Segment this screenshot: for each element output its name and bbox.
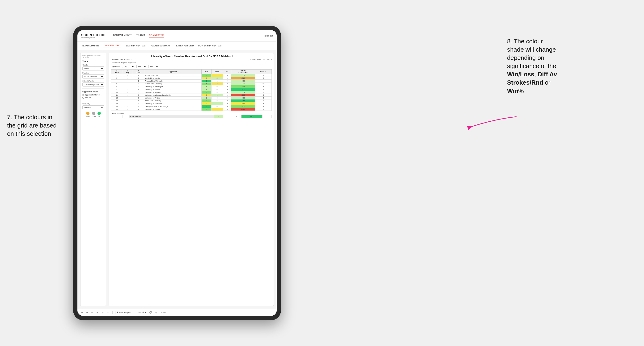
radio-opponents-played[interactable]: Opponents Played: [82, 94, 104, 96]
region-dropdown[interactable]: (All): [136, 65, 147, 68]
cell-tie: 0: [223, 105, 231, 108]
watch-btn[interactable]: Watch ▾: [138, 311, 147, 314]
cell-conf: 2: [133, 77, 144, 80]
cell-win: 0: [201, 102, 211, 105]
division-select[interactable]: NCAA Division I: [82, 74, 104, 78]
table-header-row: #Rank #Reg #Conf Opponent Win Loss Tie D…: [111, 70, 272, 74]
view-original-btn[interactable]: 👁 View: Original: [115, 311, 132, 314]
cell-conf: 6: [133, 94, 144, 97]
grid-panel: University of North Carolina Head-to-Hea…: [108, 53, 274, 306]
radio-top-100[interactable]: Top 100: [82, 97, 104, 99]
cell-rank: 9: [111, 88, 123, 91]
cell-loss: 0: [211, 85, 223, 88]
colour-by-select[interactable]: Win/loss: [82, 105, 104, 109]
cell-tie: 0: [223, 88, 231, 91]
annotation-left: 7. The colours in the grid are based on …: [7, 113, 68, 138]
cell-win: 3: [201, 108, 211, 111]
cell-win: 2: [201, 74, 211, 77]
conference-dropdown[interactable]: (All): [122, 65, 135, 68]
sub-nav-team-h2h-heatmap[interactable]: TEAM H2H HEATMAP: [124, 44, 146, 48]
cell-opponent: University of Arizona: [144, 88, 202, 91]
crop-btn[interactable]: ⊡: [101, 311, 104, 314]
cell-rounds: 3: [255, 97, 272, 99]
cell-reg: -: [123, 80, 133, 82]
cell-loss: 0: [223, 115, 232, 118]
out-of-division-table: NCAA Division II 1 0 0 26.00 3: [111, 115, 272, 118]
cell-rank: 13: [111, 99, 123, 102]
redo-btn[interactable]: ↪: [86, 311, 89, 314]
sub-nav-team-summary[interactable]: TEAM SUMMARY: [81, 44, 100, 48]
cell-rounds: 2: [255, 88, 272, 91]
opponent-dropdown[interactable]: (All): [148, 65, 159, 68]
cell-loss: 0: [211, 88, 223, 91]
undo-btn[interactable]: ↩: [80, 311, 84, 314]
time-btn[interactable]: ⏱: [106, 311, 110, 314]
cell-tie: 0: [223, 82, 231, 85]
cell-rounds: 3: [255, 102, 272, 105]
cell-reg: [117, 115, 123, 118]
cell-reg: -: [123, 91, 133, 94]
h2h-table: #Rank #Reg #Conf Opponent Win Loss Tie D…: [111, 69, 272, 111]
cell-opponent: Auburn University: [144, 74, 202, 77]
cell-rank: [111, 115, 117, 118]
cell-rank: 10: [111, 91, 123, 94]
cell-rounds: 12: [255, 82, 272, 85]
cell-win: 1: [201, 88, 211, 91]
cell-opponent: Texas Tech University: [144, 99, 202, 102]
legend-dot-level: [92, 112, 95, 115]
legend-down: Down: [86, 112, 90, 117]
cell-tie: 0: [232, 115, 242, 118]
cell-reg: -: [123, 85, 133, 88]
cell-opponent: Georgia Institute of Technology: [144, 105, 202, 108]
cell-reg: -: [123, 94, 133, 97]
sub-nav-player-h2h-heatmap[interactable]: PLAYER H2H HEATMAP: [198, 44, 223, 48]
opponent-filter: Opponent: [128, 62, 136, 63]
cell-rank: 2: [111, 74, 123, 77]
arrow-right-svg: [467, 110, 519, 133]
cell-rank: 14: [111, 102, 123, 105]
cell-win: 5: [201, 80, 211, 82]
cell-loss: 2: [211, 82, 223, 85]
table-row: 10 - 5 University of Alabama 3 0 0 2.61 …: [111, 91, 272, 94]
cell-opponent: University of Oklahoma: [144, 102, 202, 105]
sub-nav-team-h2h-grid[interactable]: TEAM H2H GRID: [103, 43, 121, 48]
comment-btn[interactable]: 💬: [149, 311, 153, 314]
cell-conf: 2: [133, 85, 144, 88]
legend-level: Level: [92, 112, 96, 117]
share-btn[interactable]: Share: [160, 311, 167, 314]
cell-diff: 3.67: [231, 85, 255, 88]
cell-loss: 1: [211, 74, 223, 77]
table-row: 11 - 6 University of Arkansas, Fayettevi…: [111, 94, 272, 97]
cell-tie: 0: [223, 94, 231, 97]
cell-rounds: 8: [255, 77, 272, 80]
conference-label: Conference: [111, 62, 120, 63]
share-expand-btn[interactable]: ⊞: [155, 311, 158, 314]
nav-link-tournaments[interactable]: TOURNAMENTS: [113, 34, 132, 37]
nav-link-teams[interactable]: TEAMS: [136, 34, 145, 37]
gender-select[interactable]: Men's: [82, 66, 104, 70]
cell-rounds: 9: [255, 105, 272, 108]
cell-conf: 1: [133, 80, 144, 82]
table-row: 9 - 1 University of Arizona 1 0 0 9.00 2: [111, 88, 272, 91]
legend: Down Level Up: [82, 112, 104, 117]
conference-filter: Conference: [111, 62, 120, 63]
sign-out-link[interactable]: | Sign out: [264, 35, 273, 37]
sub-nav-player-h2h-grid[interactable]: PLAYER H2H GRID: [174, 44, 194, 48]
col-conf: #Conf: [133, 70, 144, 74]
school-select[interactable]: 1. University of Nort...: [82, 82, 104, 86]
back-btn[interactable]: ↩: [91, 311, 94, 314]
legend-dot-down: [86, 112, 90, 115]
sub-nav-player-summary[interactable]: PLAYER SUMMARY: [150, 44, 171, 48]
cell-opponent: University of Washington: [144, 85, 202, 88]
cell-diff: -6.62: [231, 108, 255, 111]
cell-conf: 1: [133, 99, 144, 102]
cell-rounds: 8: [255, 91, 272, 94]
col-win: Win: [201, 70, 211, 74]
forward-btn[interactable]: ⊞: [96, 311, 99, 314]
out-of-division-label: Out of division: [111, 112, 272, 114]
nav-link-committee[interactable]: COMMITTEE: [149, 34, 164, 37]
cell-diff: 1.83: [231, 82, 255, 85]
cell-rounds: 9: [255, 99, 272, 102]
toolbar-separator: [112, 311, 112, 314]
cell-reg: -: [123, 97, 133, 99]
